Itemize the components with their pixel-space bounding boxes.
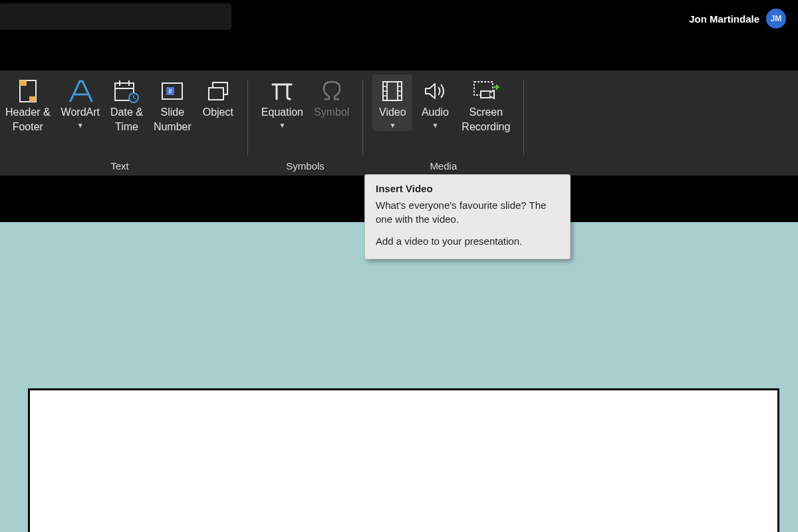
ribbon: Header & Footer WordArt ▼: [0, 70, 798, 176]
label: Footer: [13, 120, 43, 134]
group-label-symbols: Symbols: [286, 160, 325, 176]
label: Number: [154, 120, 192, 134]
equation-button[interactable]: Equation ▼: [257, 74, 307, 131]
chevron-down-icon: ▼: [279, 121, 285, 130]
label: Audio: [422, 105, 449, 120]
tab-strip-area: [0, 37, 798, 70]
slide-number-button[interactable]: # Slide Number: [150, 74, 196, 135]
header-footer-button[interactable]: Header & Footer: [1, 74, 55, 135]
avatar-initials: JM: [771, 14, 782, 23]
calendar-clock-icon: [113, 77, 140, 105]
slide-number-icon: #: [160, 77, 184, 105]
svg-rect-2: [29, 96, 36, 102]
group-separator: [523, 80, 524, 156]
video-film-icon: [379, 77, 406, 105]
svg-text:#: #: [169, 88, 173, 95]
insert-video-tooltip: Insert Video What's everyone's favourite…: [364, 174, 571, 259]
tooltip-title: Insert Video: [376, 183, 559, 194]
user-cluster[interactable]: Jon Martindale JM: [689, 9, 786, 29]
pi-icon: [269, 77, 295, 105]
title-bar: Jon Martindale JM: [0, 0, 798, 37]
header-footer-icon: [17, 77, 39, 105]
label: Recording: [462, 120, 510, 134]
ribbon-group-symbols: Equation ▼ Symbol Symbols: [252, 74, 359, 176]
label: Slide: [161, 105, 185, 120]
video-button[interactable]: Video ▼: [372, 74, 412, 131]
label: Equation: [261, 105, 303, 120]
symbol-button: Symbol: [310, 74, 353, 121]
tooltip-line: What's everyone's favourite slide? The o…: [376, 198, 559, 226]
slide-canvas-area[interactable]: [0, 222, 798, 532]
label: Video: [379, 105, 406, 120]
avatar[interactable]: JM: [766, 9, 786, 29]
label: Time: [115, 120, 138, 134]
group-label-media: Media: [430, 160, 457, 176]
svg-rect-25: [481, 91, 490, 98]
ribbon-group-text: Header & Footer WordArt ▼: [0, 74, 243, 176]
group-separator: [247, 80, 248, 156]
label: Header &: [5, 105, 51, 120]
wordart-icon: [66, 77, 94, 105]
label: Object: [203, 105, 233, 120]
screen-recording-button[interactable]: Screen Recording: [458, 74, 514, 135]
chevron-down-icon: ▼: [432, 121, 438, 130]
user-name: Jon Martindale: [689, 13, 759, 25]
date-time-button[interactable]: Date & Time: [106, 74, 147, 135]
label: Screen: [469, 105, 503, 120]
slide[interactable]: [28, 388, 779, 532]
audio-button[interactable]: Audio ▼: [415, 74, 455, 131]
group-separator: [362, 80, 363, 156]
object-icon: [206, 77, 230, 105]
object-button[interactable]: Object: [198, 74, 238, 121]
label: WordArt: [61, 105, 100, 120]
tooltip-line: Add a video to your presentation.: [376, 234, 559, 248]
ribbon-group-media: Video ▼ Audio ▼: [367, 74, 519, 176]
speaker-icon: [422, 77, 448, 105]
group-label-text: Text: [110, 160, 129, 176]
svg-rect-1: [20, 80, 27, 86]
svg-rect-14: [209, 88, 223, 100]
label: Date &: [110, 105, 143, 120]
chevron-down-icon: ▼: [77, 121, 84, 130]
wordart-button[interactable]: WordArt ▼: [57, 74, 104, 131]
omega-icon: [319, 77, 345, 105]
screen-recording-icon: [471, 77, 501, 105]
label: Symbol: [314, 105, 349, 120]
chevron-down-icon: ▼: [389, 121, 396, 130]
search-input[interactable]: [0, 3, 231, 30]
